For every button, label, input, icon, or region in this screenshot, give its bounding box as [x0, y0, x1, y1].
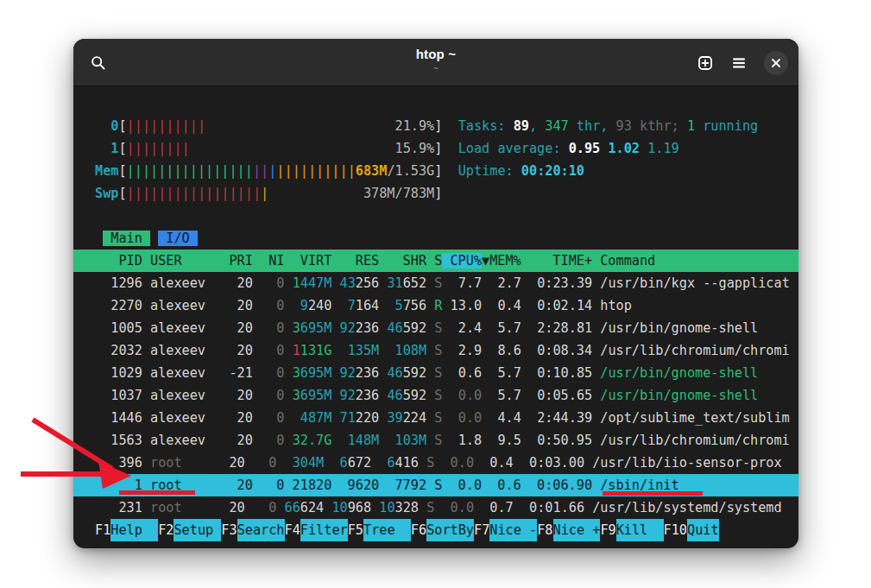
hamburger-menu-icon[interactable] [731, 55, 747, 71]
text-segment: 695M [300, 388, 332, 403]
new-tab-icon[interactable] [697, 54, 714, 72]
fkey-f4[interactable]: F4Filter [285, 519, 348, 541]
text-segment: 416 [395, 455, 419, 471]
text-segment: 487M [300, 410, 332, 426]
fkey-f7[interactable]: F7Nice - [474, 519, 537, 541]
text-segment: 236 [356, 388, 379, 403]
text-segment: /usr/bin/gnome-shell [592, 365, 758, 381]
text-segment [419, 455, 426, 471]
text-segment: 0.4 [482, 298, 521, 313]
process-row-selected[interactable]: 1 root 20 0 21820 9620 7792 S 0.0 0.6 0:… [73, 474, 798, 496]
process-row-6[interactable]: 1446 alexeev 20 0 487M 71220 39224 S 0.0… [95, 407, 798, 429]
process-row-1[interactable]: 2270 alexeev 20 0 9240 7164 5756 R 13.0 … [95, 294, 798, 317]
text-segment: 89 [514, 118, 529, 134]
text-segment: PID USER PRI NI VIRT RES SHR S [95, 253, 442, 269]
fkey-f6[interactable]: F6SortBy [411, 519, 474, 541]
tab-io[interactable]: I/O [158, 231, 198, 246]
text-segment: 92 [340, 365, 356, 381]
text-segment: 0:05.65 [521, 388, 592, 403]
fkey-f2[interactable]: F2Setup [158, 519, 221, 541]
text-segment: 00:20:10 [521, 163, 584, 179]
text-segment: 1296 alexeev 20 [95, 275, 253, 291]
text-segment: 0:10.85 [521, 365, 592, 381]
fkey-f1[interactable]: F1Help [95, 519, 158, 541]
fkey-f5[interactable]: F5Tree [348, 519, 411, 541]
window-headerbar: htop ~ ~ [73, 39, 798, 86]
text-segment: 695M [300, 365, 332, 381]
text-segment [442, 118, 458, 134]
text-segment: 5 [395, 298, 403, 313]
text-segment: running [695, 118, 758, 134]
text-segment: 5.7 [482, 365, 521, 381]
text-segment [379, 343, 394, 358]
text-segment: 2.9 [442, 343, 482, 358]
text-segment: 39 [387, 410, 402, 426]
text-segment: ||||||||||||||||| [127, 186, 261, 201]
process-row-2[interactable]: 1005 alexeev 20 0 3695M 92236 46592 S 2.… [95, 317, 798, 339]
text-segment: 1029 alexeev -21 [95, 365, 253, 381]
close-button[interactable] [764, 51, 788, 75]
text-segment [284, 343, 292, 358]
text-segment: 256 [356, 275, 379, 291]
text-segment: 592 [403, 365, 426, 381]
text-segment: 3 [293, 388, 300, 403]
process-row-4[interactable]: 1029 alexeev -21 0 3695M 92236 46592 S 0… [95, 362, 798, 384]
meter-line-1: 1[|||||||| 15.9%] Load average: 0.95 1.0… [95, 137, 798, 160]
text-segment: 20 [182, 455, 245, 471]
text-segment: 236 [356, 365, 379, 381]
fkey-key-label: F7 [474, 519, 489, 541]
text-segment: 1.02 [608, 141, 647, 156]
process-row-3[interactable]: 2032 alexeev 20 0 1131G 135M 108M S 2.9 … [95, 339, 798, 362]
fkey-key-label: F6 [411, 519, 426, 541]
process-row-5[interactable]: 1037 alexeev 20 0 3695M 92236 46592 S 0.… [95, 384, 798, 407]
text-segment [284, 410, 300, 426]
column-header-cpu-sort[interactable]: CPU% [442, 253, 482, 269]
text-segment: 1005 alexeev 20 [95, 320, 253, 336]
process-row-0[interactable]: 1296 alexeev 20 0 1447M 43256 31652 S 7.… [95, 272, 798, 294]
fkey-action-label: Filter [300, 519, 348, 541]
text-segment: 1.8 [442, 433, 482, 448]
fkey-action-label: SortBy [426, 519, 474, 541]
text-segment: ] [434, 186, 442, 201]
text-segment: Tasks: [458, 118, 514, 134]
tab-main[interactable]: Main [103, 231, 150, 246]
process-row-7[interactable]: 1563 alexeev 20 0 32.7G 148M 103M S 1.8 … [95, 429, 798, 452]
text-segment: 1 root 20 0 21820 9620 7792 S 0.0 0.6 0:… [95, 477, 679, 493]
text-segment [371, 500, 379, 515]
text-segment: 7.7 [442, 275, 482, 291]
text-segment: /usr/lib/chromium/chromi [592, 343, 790, 358]
text-segment: 13.0 [442, 298, 482, 313]
fkey-action-label: Nice - [489, 519, 537, 541]
text-segment: Mem [95, 163, 118, 179]
text-segment: 0.0 [434, 455, 474, 471]
text-segment: 0:50.95 [521, 433, 592, 448]
text-segment: 0.0 [442, 410, 482, 426]
fkey-f10[interactable]: F10Quit [664, 519, 719, 541]
text-segment: 672 [348, 455, 371, 471]
table-header-row[interactable]: PID USER PRI NI VIRT RES SHR S CPU%▼MEM%… [73, 250, 798, 272]
fkey-action-label: Tree [363, 519, 411, 541]
text-segment: 164 [356, 298, 379, 313]
fkey-action-label: Search [237, 519, 285, 541]
terminal-screen[interactable]: 0[|||||||||| 21.9%] Tasks: 89, 347 thr, … [73, 86, 798, 548]
process-row-10[interactable]: 231 root 20 0 66624 10968 10328 S 0.0 0.… [95, 496, 798, 519]
fkey-f9[interactable]: F9Kill [600, 519, 663, 541]
text-segment: |||||||| [127, 141, 190, 156]
text-segment: 220 [356, 410, 379, 426]
text-segment: root [150, 500, 182, 515]
text-segment: /usr/bin/gnome-shell [592, 320, 758, 336]
text-segment [379, 433, 394, 448]
fkey-f3[interactable]: F3Search [221, 519, 284, 541]
text-segment: 131G [300, 343, 332, 358]
meter-line-0: 0[|||||||||| 21.9%] Tasks: 89, 347 thr, … [95, 115, 798, 137]
text-segment: 46 [387, 320, 402, 336]
blank-line [95, 205, 798, 227]
text-segment: 20 [182, 500, 245, 515]
text-segment: 1 [95, 141, 118, 156]
process-row-8[interactable]: 396 root 20 0 304M 6672 6416 S 0.0 0.4 0… [95, 452, 798, 474]
text-segment: 46 [387, 388, 402, 403]
text-segment: 224 [403, 410, 426, 426]
text-segment: 0:08.34 [521, 343, 592, 358]
fkey-f8[interactable]: F8Nice + [537, 519, 600, 541]
fkey-key-label: F2 [158, 519, 174, 541]
